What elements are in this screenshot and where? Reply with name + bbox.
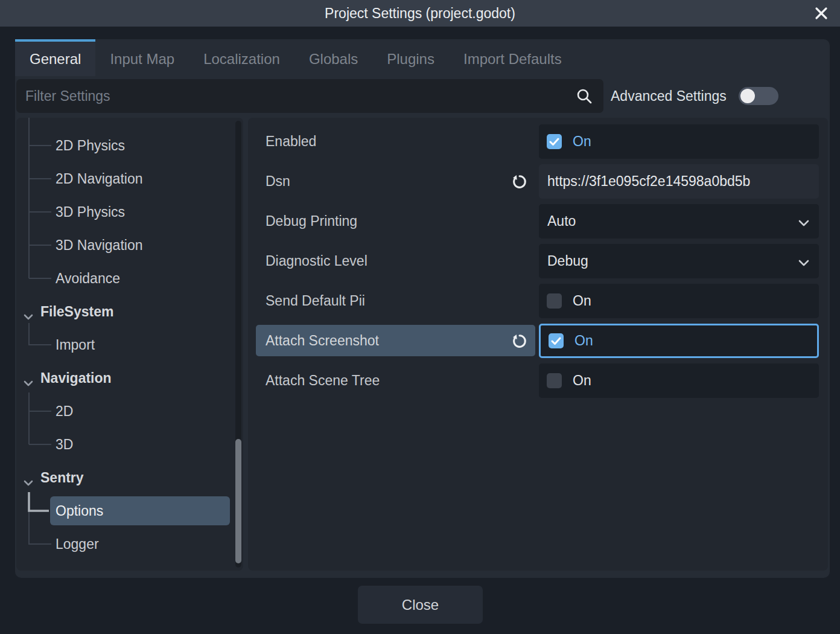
tab-localization[interactable]: Localization xyxy=(189,39,294,76)
setting-label: Enabled xyxy=(266,124,316,159)
attach-screenshot-value-cell: On xyxy=(539,324,819,358)
tree-item-3d-navigation[interactable]: 3D Navigation xyxy=(16,229,243,262)
tab-globals[interactable]: Globals xyxy=(294,39,372,76)
setting-label: Send Default Pii xyxy=(266,284,365,318)
send-default-pii-value-cell: On xyxy=(539,284,819,318)
sidebar-scrollbar-thumb[interactable] xyxy=(235,439,241,563)
tab-plugins[interactable]: Plugins xyxy=(372,39,449,76)
tree-item-options[interactable]: Options xyxy=(16,495,243,528)
attach-screenshot-checkbox[interactable] xyxy=(549,333,564,348)
chevron-down-icon[interactable] xyxy=(24,307,33,324)
settings-tree-sidebar: 2D Physics 2D Navigation 3D Physics 3D N… xyxy=(16,118,243,571)
tree-section-sentry[interactable]: Sentry xyxy=(16,461,243,495)
checkbox-state-label: On xyxy=(573,133,591,150)
close-icon[interactable] xyxy=(811,3,832,24)
checkbox-state-label: On xyxy=(574,333,593,349)
checkbox-state-label: On xyxy=(573,293,591,309)
close-button[interactable]: Close xyxy=(358,586,483,624)
advanced-settings-label: Advanced Settings xyxy=(611,88,727,104)
tree-item-avoidance[interactable]: Avoidance xyxy=(16,262,243,295)
advanced-settings-group: Advanced Settings xyxy=(611,79,778,113)
dsn-text-field[interactable]: https://3f1e095cf2e14598a0bd5b xyxy=(539,164,819,199)
settings-panel: Enabled On Dsn https://3f1e095cf2e14598a… xyxy=(248,118,828,571)
search-icon xyxy=(575,87,593,107)
advanced-settings-toggle[interactable] xyxy=(739,87,778,105)
diagnostic-level-dropdown[interactable]: Debug xyxy=(539,244,819,278)
chevron-down-icon[interactable] xyxy=(24,473,33,490)
chevron-down-icon xyxy=(798,218,809,229)
tab-general[interactable]: General xyxy=(15,39,95,76)
dropdown-value: Auto xyxy=(547,213,576,229)
window-title: Project Settings (project.godot) xyxy=(325,5,515,22)
tree-section-navigation[interactable]: Navigation xyxy=(16,362,243,395)
tree-item-3d-physics[interactable]: 3D Physics xyxy=(16,196,243,229)
send-default-pii-checkbox[interactable] xyxy=(547,293,562,309)
setting-row-enabled: Enabled On xyxy=(248,124,828,159)
setting-label: Attach Scene Tree xyxy=(266,363,380,398)
attach-scene-tree-value-cell: On xyxy=(539,363,819,398)
tree-section-filesystem[interactable]: FileSystem xyxy=(16,295,243,328)
tree-item-2d-physics[interactable]: 2D Physics xyxy=(16,129,243,162)
dropdown-value: Debug xyxy=(547,253,588,269)
chevron-down-icon xyxy=(798,258,809,269)
setting-label: Attach Screenshot xyxy=(266,324,379,358)
setting-row-send-default-pii: Send Default Pii On xyxy=(248,284,828,318)
revert-icon[interactable] xyxy=(511,332,529,350)
setting-label: Debug Printing xyxy=(266,204,357,239)
titlebar: Project Settings (project.godot) xyxy=(0,0,840,27)
enabled-value-cell: On xyxy=(539,124,819,159)
checkbox-state-label: On xyxy=(573,373,591,389)
toggle-knob xyxy=(740,89,755,103)
tree-item-2d[interactable]: 2D xyxy=(16,395,243,428)
setting-row-dsn: Dsn https://3f1e095cf2e14598a0bd5b xyxy=(248,164,828,199)
tree-item-2d-navigation[interactable]: 2D Navigation xyxy=(16,162,243,196)
tree-item-logger[interactable]: Logger xyxy=(16,528,243,561)
attach-scene-tree-checkbox[interactable] xyxy=(547,373,562,388)
tree-item-import[interactable]: Import xyxy=(16,328,243,362)
tree-item-3d[interactable]: 3D xyxy=(16,428,243,461)
tab-bar: General Input Map Localization Globals P… xyxy=(15,39,576,76)
dsn-value: https://3f1e095cf2e14598a0bd5b xyxy=(547,173,750,190)
setting-row-attach-scene-tree: Attach Scene Tree On xyxy=(248,363,828,398)
chevron-down-icon[interactable] xyxy=(24,374,33,390)
setting-row-attach-screenshot: Attach Screenshot On xyxy=(248,324,828,358)
filter-settings-input[interactable] xyxy=(16,79,603,113)
setting-row-diagnostic-level: Diagnostic Level Debug xyxy=(248,244,828,278)
tab-import-defaults[interactable]: Import Defaults xyxy=(449,39,576,76)
revert-icon[interactable] xyxy=(511,173,529,191)
setting-row-debug-printing: Debug Printing Auto xyxy=(248,204,828,239)
tab-input-map[interactable]: Input Map xyxy=(95,39,189,76)
setting-label: Dsn xyxy=(266,164,290,199)
setting-label: Diagnostic Level xyxy=(266,244,368,278)
debug-printing-dropdown[interactable]: Auto xyxy=(539,204,819,239)
enabled-checkbox[interactable] xyxy=(547,134,562,149)
